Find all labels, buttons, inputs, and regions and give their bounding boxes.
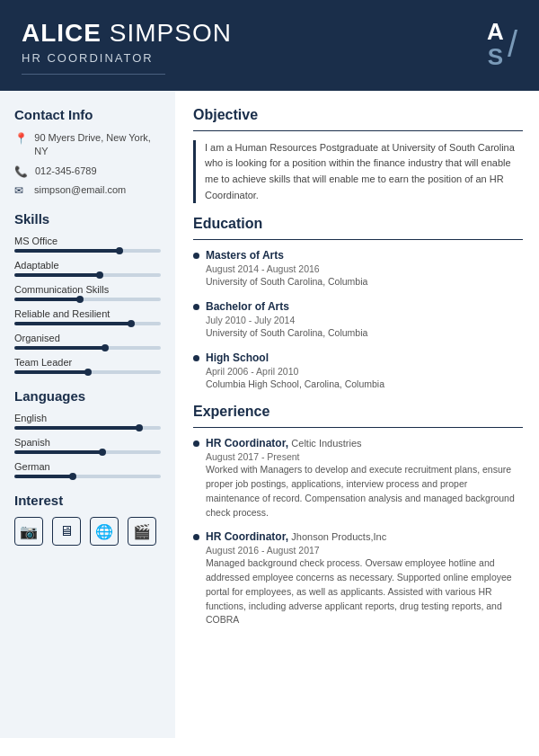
edu-school: University of South Carolina, Columbia — [206, 326, 523, 341]
skill-bar-dot — [76, 296, 84, 303]
skill-item: Team Leader — [14, 357, 161, 374]
skill-label: Organised — [14, 333, 161, 343]
language-bar-dot — [99, 449, 106, 456]
phone-text: 012-345-6789 — [35, 165, 97, 178]
email-text: simpson@email.com — [34, 183, 126, 197]
skill-bar-track — [14, 298, 161, 301]
phone-icon: 📞 — [14, 165, 28, 178]
language-bar-fill — [14, 450, 102, 454]
monogram-s: S — [487, 45, 504, 68]
objective-title: Objective — [193, 107, 523, 123]
skill-bar-track — [14, 249, 161, 253]
language-label: English — [14, 413, 161, 423]
languages-section-title: Languages — [14, 388, 161, 404]
skill-item: Organised — [14, 333, 161, 350]
education-item: Bachelor of Arts July 2010 - July 2014 U… — [193, 300, 523, 341]
last-name: SIMPSON — [110, 19, 232, 47]
location-icon: 📍 — [14, 132, 27, 145]
experience-title: Experience — [193, 404, 523, 420]
skill-label: MS Office — [14, 236, 161, 246]
skill-bar-dot — [84, 369, 92, 376]
address-text: 90 Myers Drive, New York, NY — [34, 131, 161, 159]
skill-bar-track — [14, 346, 161, 350]
email-item: ✉ simpson@email.com — [14, 183, 161, 197]
skill-bar-track — [14, 322, 161, 325]
language-bar-fill — [14, 426, 139, 430]
monogram-a: A — [487, 20, 504, 43]
interest-video-icon: 🎬 — [128, 517, 156, 546]
objective-divider — [193, 130, 523, 131]
experience-item: HR Coordinator, Celtic Industries August… — [193, 437, 523, 520]
content-area: Objective I am a Human Resources Postgra… — [175, 91, 539, 738]
skill-label: Communication Skills — [14, 284, 161, 295]
skill-bar-dot — [96, 271, 103, 279]
address-item: 📍 90 Myers Drive, New York, NY — [14, 131, 161, 159]
skill-bar-fill — [14, 322, 131, 325]
skill-bar-fill — [14, 298, 80, 301]
skill-label: Team Leader — [14, 357, 161, 368]
phone-item: 📞 012-345-6789 — [14, 165, 161, 178]
language-item: English — [14, 413, 161, 430]
skill-bar-fill — [14, 273, 100, 277]
exp-title: HR Coordinator, Celtic Industries — [206, 437, 523, 449]
education-list: Masters of Arts August 2014 - August 201… — [193, 249, 523, 391]
skills-list: MS Office Adaptable Communication Skills… — [14, 236, 161, 374]
skill-bar-track — [14, 370, 161, 374]
edu-degree: Masters of Arts — [206, 249, 523, 262]
objective-text: I am a Human Resources Postgraduate at U… — [193, 140, 523, 203]
experience-list: HR Coordinator, Celtic Industries August… — [193, 437, 523, 627]
interest-section-title: Interest — [14, 493, 161, 508]
interest-icons: 📷🖥🌐🎬 — [14, 517, 161, 546]
exp-company: Jhonson Products,Inc — [291, 531, 386, 542]
skill-item: Communication Skills — [14, 284, 161, 301]
email-icon: ✉ — [14, 184, 27, 197]
skill-label: Reliable and Resilient — [14, 308, 161, 319]
experience-divider — [193, 427, 523, 428]
skill-bar-fill — [14, 370, 88, 374]
exp-dates: August 2016 - August 2017 — [206, 545, 523, 556]
edu-degree: High School — [206, 351, 523, 364]
edu-degree: Bachelor of Arts — [206, 300, 523, 313]
language-bar-track — [14, 450, 161, 454]
languages-list: English Spanish German — [14, 413, 161, 478]
edu-dates: August 2014 - August 2016 — [206, 263, 523, 274]
contact-section-title: Contact Info — [14, 107, 161, 122]
header: ALICE SIMPSON HR COORDINATOR A S / — [0, 0, 539, 91]
language-bar-track — [14, 426, 161, 430]
language-bar-fill — [14, 475, 73, 478]
language-bar-dot — [136, 424, 143, 431]
skill-bar-dot — [128, 320, 135, 327]
header-monogram: A S / — [487, 20, 517, 68]
language-label: Spanish — [14, 437, 161, 448]
skill-item: MS Office — [14, 236, 161, 253]
exp-desc: Managed background check process. Oversa… — [206, 556, 523, 627]
skill-label: Adaptable — [14, 260, 161, 271]
edu-school: Columbia High School, Carolina, Columbia — [206, 378, 523, 392]
language-bar-track — [14, 475, 161, 478]
interest-globe-icon: 🌐 — [90, 517, 119, 546]
exp-company: Celtic Industries — [291, 438, 361, 449]
edu-dates: July 2010 - July 2014 — [206, 315, 523, 325]
sidebar: Contact Info 📍 90 Myers Drive, New York,… — [0, 91, 175, 738]
language-label: German — [14, 461, 161, 472]
monogram-slash: / — [508, 26, 517, 62]
language-item: German — [14, 461, 161, 478]
edu-dates: April 2006 - April 2010 — [206, 366, 523, 377]
main-layout: Contact Info 📍 90 Myers Drive, New York,… — [0, 91, 539, 738]
language-item: Spanish — [14, 437, 161, 454]
language-bar-dot — [69, 473, 76, 480]
skill-bar-dot — [102, 344, 109, 351]
education-divider — [193, 239, 523, 240]
skill-bar-fill — [14, 249, 119, 253]
exp-desc: Worked with Managers to develop and exec… — [206, 463, 523, 520]
education-title: Education — [193, 216, 523, 232]
header-left: ALICE SIMPSON HR COORDINATOR — [22, 20, 232, 75]
experience-item: HR Coordinator, Jhonson Products,Inc Aug… — [193, 530, 523, 627]
first-name: ALICE — [22, 19, 102, 47]
exp-title: HR Coordinator, Jhonson Products,Inc — [206, 530, 523, 543]
header-divider — [22, 74, 165, 75]
interest-camera-icon: 📷 — [14, 517, 43, 546]
education-item: High School April 2006 - April 2010 Colu… — [193, 351, 523, 392]
skills-section-title: Skills — [14, 211, 161, 227]
skill-bar-dot — [116, 247, 123, 254]
